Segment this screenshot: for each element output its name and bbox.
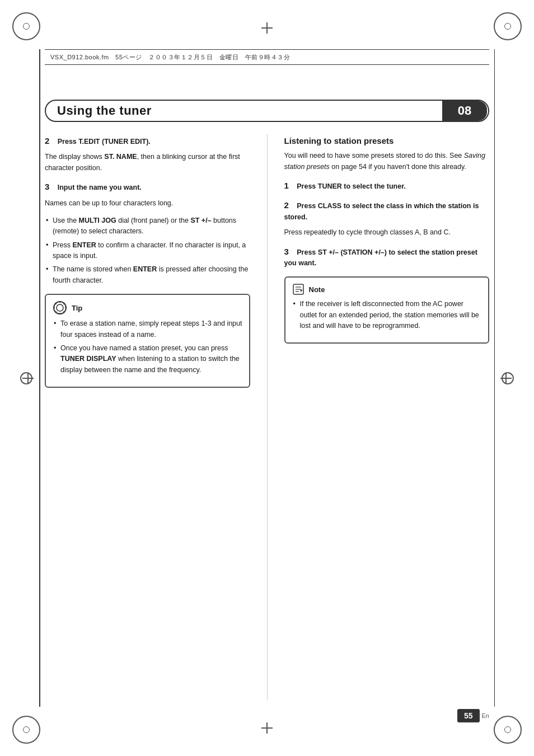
right-step2: 2 Press CLASS to select the class in whi… xyxy=(284,199,490,238)
section-intro: You will need to have some presets store… xyxy=(284,151,490,172)
mid-circle-left xyxy=(20,372,32,384)
note-box: Note If the receiver is left disconnecte… xyxy=(284,276,490,344)
page-title: Using the tuner xyxy=(57,104,152,118)
right-step1-heading: Press TUNER to select the tuner. xyxy=(297,182,406,190)
chapter-badge: 08 xyxy=(442,101,487,121)
svg-point-1 xyxy=(57,304,63,311)
tip-box: Tip To erase a station name, simply repe… xyxy=(45,294,250,388)
left-border xyxy=(39,49,40,707)
page-number-badge: 55 xyxy=(457,709,480,722)
mid-circle-right xyxy=(502,372,514,384)
right-step3-number: 3 xyxy=(284,247,289,256)
title-bar: Using the tuner 08 xyxy=(45,100,489,122)
step2-number: 2 xyxy=(45,136,49,145)
content-area: 2 Press T.EDIT (TUNER EDIT). The display… xyxy=(45,134,489,700)
right-step3: 3 Press ST +/– (STATION +/–) to select t… xyxy=(284,245,490,269)
corner-deco-tl xyxy=(12,12,40,40)
tip-bullet-1: To erase a station name, simply repeat s… xyxy=(53,318,242,340)
step2-item: 2 Press T.EDIT (TUNER EDIT). The display… xyxy=(45,134,250,173)
right-step3-heading: Press ST +/– (STATION +/–) to select the… xyxy=(284,248,477,267)
step3-heading: Input the name you want. xyxy=(58,184,142,191)
right-step1-number: 1 xyxy=(284,181,289,190)
column-divider xyxy=(267,134,268,700)
step3-item: 3 Input the name you want. Names can be … xyxy=(45,180,250,209)
section-title: Listening to station presets xyxy=(284,134,490,147)
tip-bullet-2: Once you have named a station preset, yo… xyxy=(53,343,242,375)
note-header: Note xyxy=(292,283,482,295)
step3-bullets: Use the MULTI JOG dial (front panel) or … xyxy=(45,215,250,286)
step2-heading: Press T.EDIT (TUNER EDIT). xyxy=(58,138,151,145)
step3-body: Names can be up to four characters long. xyxy=(45,198,250,209)
note-icon xyxy=(292,283,305,295)
right-column: Listening to station presets You will ne… xyxy=(284,134,490,700)
tip-bullets: To erase a station name, simply repeat s… xyxy=(53,318,242,375)
page-number-area: 55 En xyxy=(457,709,489,722)
bullet-2: Press ENTER to confirm a character. If n… xyxy=(45,240,250,262)
tip-icon xyxy=(53,300,67,315)
note-bullets: If the receiver is left disconnected fro… xyxy=(292,299,482,331)
cross-mark-bottom xyxy=(261,722,273,734)
right-step2-number: 2 xyxy=(284,200,289,210)
note-bullet-1: If the receiver is left disconnected fro… xyxy=(292,299,482,331)
top-bar: VSX_D912.book.fm 55ページ ２００３年１２月５日 金曜日 午前… xyxy=(45,49,489,65)
file-info: VSX_D912.book.fm 55ページ ２００３年１２月５日 金曜日 午前… xyxy=(50,53,290,62)
right-border xyxy=(494,49,495,707)
corner-deco-br xyxy=(494,716,522,744)
cross-mark-top xyxy=(261,22,273,34)
page-lang: En xyxy=(482,712,489,719)
left-column: 2 Press T.EDIT (TUNER EDIT). The display… xyxy=(45,134,250,700)
corner-deco-bl xyxy=(12,716,40,744)
bullet-1: Use the MULTI JOG dial (front panel) or … xyxy=(45,215,250,237)
right-section-heading: Listening to station presets You will ne… xyxy=(284,134,490,172)
corner-deco-tr xyxy=(494,12,522,40)
tip-label: Tip xyxy=(72,304,82,312)
tip-header: Tip xyxy=(53,300,242,315)
step2-body: The display shows ST. NAME, then a blink… xyxy=(45,152,250,173)
note-label: Note xyxy=(309,285,325,294)
right-step2-body: Press repeatedly to cycle through classe… xyxy=(284,227,490,238)
step3-number: 3 xyxy=(45,182,49,191)
right-step1: 1 Press TUNER to select the tuner. xyxy=(284,179,490,192)
right-step2-heading: Press CLASS to select the class in which… xyxy=(284,202,479,220)
bullet-3: The name is stored when ENTER is pressed… xyxy=(45,264,250,286)
